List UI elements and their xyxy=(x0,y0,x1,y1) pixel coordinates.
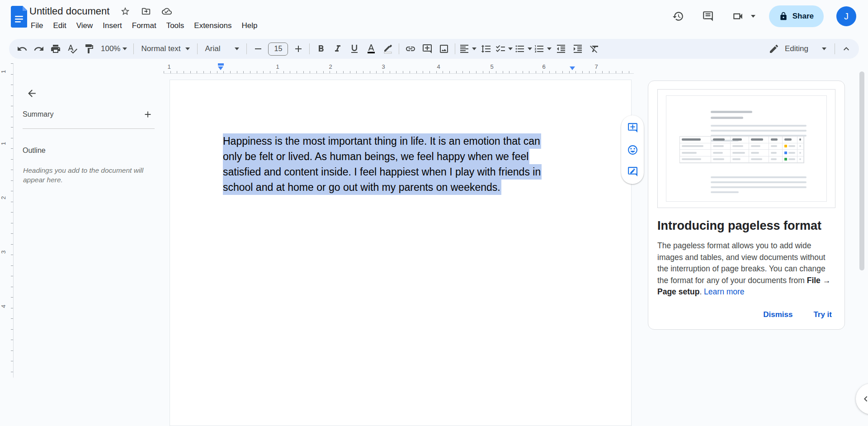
menu-extensions[interactable]: Extensions xyxy=(189,20,236,32)
document-page[interactable]: Happiness is the most important thing in… xyxy=(170,80,632,426)
toolbar-divider xyxy=(455,43,455,54)
print-button[interactable] xyxy=(47,41,64,57)
checklist-dropdown[interactable] xyxy=(494,41,514,57)
image-icon xyxy=(439,43,449,54)
bold-button[interactable] xyxy=(312,41,329,57)
text-line[interactable]: Happiness is the most important thing in… xyxy=(223,133,542,149)
undo-icon xyxy=(17,43,28,54)
font-value: Arial xyxy=(205,44,220,53)
outline-heading: Outline xyxy=(23,147,46,155)
right-indent-marker[interactable] xyxy=(570,66,575,70)
ruler-number: 1 xyxy=(167,63,170,70)
formatting-toolbar: 100% Normal text Arial Editing xyxy=(9,39,859,59)
highlight-color-button[interactable] xyxy=(379,41,396,57)
menu-file[interactable]: File xyxy=(26,20,48,32)
google-docs-logo-icon[interactable] xyxy=(11,6,27,28)
undo-button[interactable] xyxy=(14,41,30,57)
try-it-button[interactable]: Try it xyxy=(813,310,832,319)
document-title[interactable]: Untitled document xyxy=(29,5,109,17)
line-spacing-button[interactable] xyxy=(477,41,494,57)
align-left-icon xyxy=(459,43,470,54)
text-line[interactable]: only be felt or lived. As human beings, … xyxy=(223,149,542,164)
underline-button[interactable] xyxy=(346,41,363,57)
vertical-scrollbar-thumb[interactable] xyxy=(859,71,864,270)
spellcheck-button[interactable] xyxy=(64,41,80,57)
left-indent-marker[interactable] xyxy=(218,63,224,70)
meet-dropdown-caret[interactable] xyxy=(751,15,755,18)
chevron-up-icon xyxy=(841,43,852,54)
close-sidebar-button[interactable] xyxy=(23,84,41,102)
share-label: Share xyxy=(793,12,814,21)
ruler-number: 2 xyxy=(0,196,7,199)
account-avatar[interactable]: J xyxy=(836,6,856,26)
meet-button[interactable] xyxy=(728,6,748,26)
history-icon xyxy=(672,10,684,22)
dismiss-button[interactable]: Dismiss xyxy=(763,310,793,319)
menu-format[interactable]: Format xyxy=(127,20,161,32)
spellcheck-icon xyxy=(67,43,78,54)
menu-view[interactable]: View xyxy=(71,20,98,32)
hide-menus-button[interactable] xyxy=(838,41,854,57)
document-paragraph[interactable]: Happiness is the most important thing in… xyxy=(223,133,542,195)
learn-more-link[interactable]: Learn more xyxy=(704,287,745,296)
font-size-input[interactable] xyxy=(268,43,288,56)
bulleted-list-dropdown[interactable] xyxy=(514,41,533,57)
ruler-number: 1 xyxy=(0,142,7,145)
comment-icon xyxy=(702,10,714,22)
chevron-left-icon xyxy=(860,393,868,404)
version-history-button[interactable] xyxy=(668,6,688,26)
menu-bar: File Edit View Insert Format Tools Exten… xyxy=(26,20,262,32)
star-icon[interactable] xyxy=(120,6,130,16)
outdent-icon xyxy=(556,43,566,54)
menu-edit[interactable]: Edit xyxy=(48,20,71,32)
add-comment-icon xyxy=(627,122,638,133)
add-comment-button[interactable] xyxy=(419,41,435,57)
share-button[interactable]: Share xyxy=(769,5,824,27)
paint-roller-icon xyxy=(84,43,94,54)
text-color-button[interactable] xyxy=(363,41,379,57)
zoom-dropdown[interactable]: 100% xyxy=(97,41,131,57)
italic-button[interactable] xyxy=(329,41,346,57)
menu-insert[interactable]: Insert xyxy=(98,20,127,32)
font-family-dropdown[interactable]: Arial xyxy=(200,41,244,57)
comments-button[interactable] xyxy=(698,6,718,26)
add-summary-button[interactable] xyxy=(141,108,155,121)
minus-icon xyxy=(253,43,264,54)
numbered-list-dropdown[interactable] xyxy=(533,41,552,57)
decrease-indent-button[interactable] xyxy=(552,41,569,57)
promo-period: . xyxy=(699,287,704,296)
ruler-number: 2 xyxy=(329,63,332,70)
paragraph-styles-dropdown[interactable]: Normal text xyxy=(137,41,194,57)
cloud-saved-icon[interactable] xyxy=(162,6,172,16)
add-emoji-reaction-button[interactable] xyxy=(627,144,638,156)
redo-button[interactable] xyxy=(30,41,47,57)
promo-body-text: The pageless format allows you to add wi… xyxy=(657,241,826,285)
insert-link-button[interactable] xyxy=(402,41,419,57)
increase-font-size-button[interactable] xyxy=(290,41,307,57)
promo-bold-page-setup: Page setup xyxy=(657,287,699,296)
menu-tools[interactable]: Tools xyxy=(161,20,189,32)
editing-mode-dropdown[interactable]: Editing xyxy=(763,41,832,57)
add-comment-margin-button[interactable] xyxy=(627,122,638,133)
clear-formatting-button[interactable] xyxy=(586,41,603,57)
promo-title: Introducing pageless format xyxy=(657,219,835,233)
highlighter-icon xyxy=(382,43,393,54)
move-to-folder-icon[interactable] xyxy=(141,6,151,16)
suggest-edits-button[interactable] xyxy=(627,166,638,177)
chevron-down-icon xyxy=(822,47,826,50)
top-bar: Untitled document File Edit View Insert … xyxy=(0,0,868,38)
insert-image-button[interactable] xyxy=(435,41,452,57)
decrease-font-size-button[interactable] xyxy=(250,41,266,57)
increase-indent-button[interactable] xyxy=(569,41,586,57)
align-dropdown[interactable] xyxy=(458,41,477,57)
summary-heading: Summary xyxy=(23,110,53,118)
text-line[interactable]: school and at home or go out with my par… xyxy=(223,180,542,195)
text-line[interactable]: satisfied and content inside. I feel hap… xyxy=(223,164,542,180)
paint-format-button[interactable] xyxy=(80,41,97,57)
sidebar-divider xyxy=(23,128,155,129)
side-panel-toggle-button[interactable] xyxy=(856,383,868,414)
pencil-icon xyxy=(769,43,779,54)
vertical-ruler: 1 1 2 3 4 xyxy=(0,63,14,378)
menu-help[interactable]: Help xyxy=(236,20,262,32)
emoji-icon xyxy=(627,144,638,156)
